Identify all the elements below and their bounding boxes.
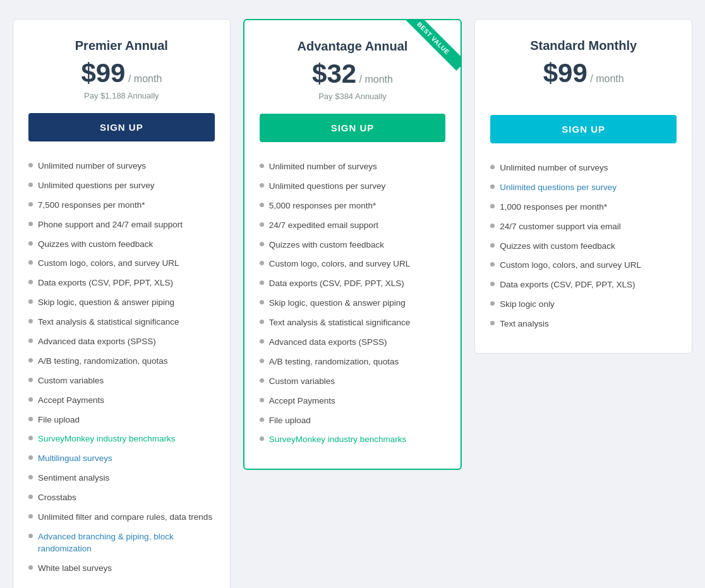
bullet-icon (260, 378, 264, 383)
bullet-icon (28, 241, 33, 246)
bullet-icon (28, 202, 33, 207)
annual-note (490, 91, 677, 102)
price-amount: $32 (312, 59, 356, 88)
feature-item: 7,500 responses per month* (28, 196, 215, 215)
feature-text: Data exports (CSV, PDF, PPT, XLS) (269, 278, 404, 290)
feature-text: 24/7 customer support via email (500, 221, 620, 233)
plan-title: Standard Monthly (490, 39, 677, 53)
feature-text: Data exports (CSV, PDF, PPT, XLS) (38, 277, 173, 289)
feature-text: Advanced branching & piping, block rando… (38, 531, 215, 555)
feature-text: Quizzes with custom feedback (38, 239, 153, 251)
bullet-icon (260, 359, 264, 363)
feature-text: Unlimited filter and compare rules, data… (38, 512, 212, 524)
bullet-icon (28, 222, 33, 226)
bullet-icon (28, 260, 33, 265)
feature-text: Unlimited number of surveys (500, 162, 608, 174)
bullet-icon (28, 514, 33, 519)
features-list: Unlimited number of surveys Unlimited qu… (28, 157, 215, 579)
feature-text: Accept Payments (38, 395, 104, 407)
feature-item: Unlimited number of surveys (28, 157, 215, 176)
feature-text: A/B testing, randomization, quotas (269, 356, 399, 368)
plan-card-advantage-annual: Advantage Annual $32 / month Pay $384 An… (243, 19, 462, 470)
annual-note: Pay $384 Annually (260, 92, 446, 101)
feature-item: A/B testing, randomization, quotas (260, 352, 446, 372)
feature-text: Skip logic, question & answer piping (38, 297, 174, 309)
feature-item: File upload (260, 411, 446, 431)
feature-text: 24/7 expedited email support (269, 220, 378, 232)
feature-text: Advanced data exports (SPSS) (38, 336, 156, 348)
plan-title: Premier Annual (28, 39, 215, 53)
feature-item: 24/7 expedited email support (260, 216, 446, 236)
feature-item: Text analysis (490, 315, 677, 334)
bullet-icon (28, 163, 33, 167)
feature-text: Skip logic, question & answer piping (269, 297, 406, 309)
feature-item: Text analysis & statistical significance (260, 313, 446, 333)
feature-text: Unlimited questions per survey (500, 182, 617, 194)
feature-item: Advanced data exports (SPSS) (28, 332, 215, 352)
signup-button[interactable]: SIGN UP (490, 115, 677, 143)
feature-text: File upload (38, 414, 80, 426)
bullet-icon (260, 436, 264, 441)
feature-item: Unlimited filter and compare rules, data… (28, 508, 215, 527)
bullet-icon (28, 280, 33, 284)
feature-text: Unlimited number of surveys (269, 161, 377, 173)
feature-text: Accept Payments (269, 395, 335, 407)
signup-button[interactable]: SIGN UP (28, 113, 215, 141)
feature-item: Quizzes with custom feedback (28, 235, 215, 255)
bullet-icon (28, 565, 33, 570)
feature-text: Unlimited questions per survey (38, 180, 155, 192)
price-amount: $99 (543, 58, 588, 88)
bullet-icon (490, 301, 495, 306)
price-period: / month (128, 73, 162, 84)
feature-item: Custom logo, colors, and survey URL (28, 254, 215, 273)
feature-item: Advanced data exports (SPSS) (260, 333, 446, 352)
feature-item: Data exports (CSV, PDF, PPT, XLS) (260, 274, 446, 294)
plan-price: $99 / month (28, 58, 215, 88)
signup-button[interactable]: SIGN UP (260, 114, 446, 142)
feature-text: Skip logic only (500, 299, 554, 311)
feature-item: Quizzes with custom feedback (260, 236, 446, 255)
bullet-icon (28, 436, 33, 440)
pricing-container: Premier Annual $99 / month Pay $1,188 An… (13, 19, 692, 588)
feature-text: Data exports (CSV, PDF, PPT, XLS) (500, 279, 635, 291)
feature-item: Sentiment analysis (28, 469, 215, 488)
feature-item: 5,000 responses per month* (260, 196, 446, 216)
bullet-icon (490, 282, 495, 286)
features-list: Unlimited number of surveys Unlimited qu… (490, 159, 677, 334)
best-value-badge (404, 20, 461, 77)
bullet-icon (28, 358, 33, 363)
bullet-icon (490, 165, 495, 169)
price-period: / month (359, 74, 393, 85)
bullet-icon (490, 243, 495, 248)
feature-item: Data exports (CSV, PDF, PPT, XLS) (490, 275, 677, 295)
feature-item: Phone support and 24/7 email support (28, 215, 215, 235)
feature-text: Custom logo, colors, and survey URL (269, 258, 411, 270)
feature-text: SurveyMonkey industry benchmarks (269, 434, 407, 446)
feature-text: Unlimited questions per survey (269, 181, 386, 193)
bullet-icon (260, 300, 264, 304)
feature-text: Quizzes with custom feedback (500, 241, 615, 253)
feature-text: Custom variables (269, 376, 335, 388)
feature-item: Text analysis & statistical significance (28, 313, 215, 332)
bullet-icon (28, 339, 33, 343)
plan-card-premier-annual: Premier Annual $99 / month Pay $1,188 An… (13, 19, 231, 588)
feature-text: White label surveys (38, 563, 112, 575)
feature-item: Crosstabs (28, 488, 215, 508)
bullet-icon (28, 299, 33, 304)
features-list: Unlimited number of surveys Unlimited qu… (260, 157, 446, 450)
feature-item: Accept Payments (260, 392, 446, 411)
feature-item: Quizzes with custom feedback (490, 237, 677, 256)
feature-item: Custom variables (28, 371, 215, 391)
bullet-icon (28, 534, 33, 538)
feature-item: Advanced branching & piping, block rando… (28, 527, 215, 559)
feature-text: Advanced data exports (SPSS) (269, 337, 387, 349)
bullet-icon (490, 321, 495, 325)
feature-item: File upload (28, 411, 215, 430)
bullet-icon (490, 204, 495, 208)
feature-item: Skip logic, question & answer piping (260, 294, 446, 313)
feature-item: Custom logo, colors, and survey URL (490, 256, 677, 275)
feature-text: 7,500 responses per month* (38, 200, 145, 212)
feature-item: Custom variables (260, 372, 446, 392)
bullet-icon (260, 242, 264, 246)
feature-text: A/B testing, randomization, quotas (38, 356, 168, 368)
